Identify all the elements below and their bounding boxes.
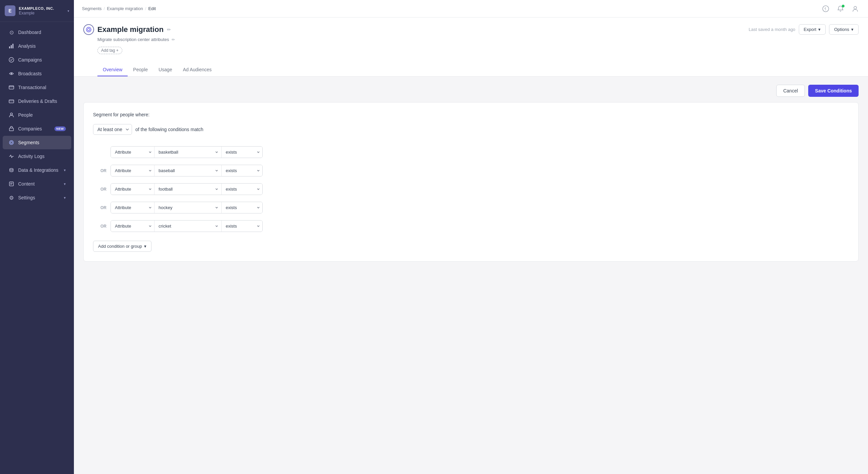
condition-value-select[interactable]: football xyxy=(155,183,222,195)
people-icon xyxy=(8,112,15,118)
condition-type-select[interactable]: Attribute Event xyxy=(111,165,155,176)
tab-ad-audiences[interactable]: Ad Audiences xyxy=(177,63,217,76)
sidebar-item-companies[interactable]: Companies New xyxy=(3,122,71,136)
or-label: OR xyxy=(96,224,106,229)
page-actions: Last saved a month ago Export ▾ Options … xyxy=(749,24,859,35)
conditions-list: Attribute Event basketball exists does n… xyxy=(96,143,849,235)
sidebar-item-label: Broadcasts xyxy=(18,71,66,76)
segment-card: Segment for people where: At least one A… xyxy=(83,102,859,262)
campaigns-icon xyxy=(8,57,15,63)
companies-icon xyxy=(8,125,15,132)
notification-dot xyxy=(842,5,844,7)
broadcasts-icon xyxy=(8,70,15,77)
user-avatar[interactable] xyxy=(850,4,860,13)
condition-row: OR Attribute Event baseball exists does … xyxy=(96,161,849,180)
topbar-actions xyxy=(821,4,860,13)
sidebar-item-transactional[interactable]: Transactional xyxy=(3,81,71,94)
sidebar-item-analysis[interactable]: Analysis xyxy=(3,39,71,53)
condition-row: Attribute Event basketball exists does n… xyxy=(96,143,849,161)
svg-point-9 xyxy=(9,141,13,145)
main-nav: ⊙ Dashboard Analysis Campaigns Broadcast… xyxy=(0,22,74,474)
add-tag-button[interactable]: Add tag + xyxy=(97,47,122,54)
conditions-toolbar: Cancel Save Conditions xyxy=(83,85,859,97)
help-icon[interactable] xyxy=(821,4,830,13)
condition-operator-select[interactable]: exists does not exist xyxy=(222,165,262,176)
company-info: EXAMPLECO, INC. Example xyxy=(19,6,54,16)
condition-type-select[interactable]: Attribute Event xyxy=(111,147,155,158)
condition-type-select[interactable]: Attribute Event xyxy=(111,220,155,232)
match-text: of the following conditions match xyxy=(135,127,203,132)
svg-rect-6 xyxy=(9,100,14,103)
svg-rect-12 xyxy=(9,182,13,186)
svg-rect-2 xyxy=(12,44,13,49)
condition-fields: Attribute Event basketball exists does n… xyxy=(111,146,263,158)
cancel-button[interactable]: Cancel xyxy=(776,85,805,97)
condition-fields: Attribute Event baseball exists does not… xyxy=(111,165,263,177)
title-edit-icon[interactable]: ✏ xyxy=(167,27,171,32)
svg-rect-1 xyxy=(11,45,12,49)
sidebar-item-content[interactable]: Content ▾ xyxy=(3,177,71,190)
sidebar-item-label: Companies xyxy=(18,126,54,131)
export-button[interactable]: Export ▾ xyxy=(799,24,826,35)
tab-overview[interactable]: Overview xyxy=(97,63,128,76)
or-label: OR xyxy=(96,187,106,191)
condition-row: OR Attribute Event cricket exists does n… xyxy=(96,217,849,235)
company-logo: E xyxy=(5,5,16,16)
breadcrumb-edit: Edit xyxy=(148,6,156,11)
or-label: OR xyxy=(96,205,106,210)
activity-logs-icon xyxy=(8,153,15,160)
condition-fields: Attribute Event hockey exists does not e… xyxy=(111,202,263,213)
svg-point-11 xyxy=(10,169,13,170)
export-chevron-icon: ▾ xyxy=(818,27,820,32)
condition-type-select[interactable]: Attribute Event xyxy=(111,183,155,195)
condition-fields: Attribute Event cricket exists does not … xyxy=(111,220,263,232)
condition-operator-select[interactable]: exists does not exist xyxy=(222,220,262,232)
match-type-select[interactable]: At least one All None xyxy=(93,124,132,135)
svg-point-13 xyxy=(823,6,829,12)
data-integrations-chevron-icon: ▾ xyxy=(64,168,66,173)
sidebar-item-people[interactable]: People xyxy=(3,108,71,122)
sidebar-item-data-integrations[interactable]: Data & Integrations ▾ xyxy=(3,164,71,177)
sidebar-item-activity-logs[interactable]: Activity Logs xyxy=(3,150,71,163)
segments-icon xyxy=(8,139,15,146)
sidebar-item-dashboard[interactable]: ⊙ Dashboard xyxy=(3,26,71,39)
sidebar-item-deliveries[interactable]: Deliveries & Drafts xyxy=(3,94,71,108)
condition-operator-select[interactable]: exists does not exist xyxy=(222,147,262,158)
sidebar-item-campaigns[interactable]: Campaigns xyxy=(3,53,71,66)
companies-new-badge: New xyxy=(54,126,66,131)
company-chevron-icon: ▾ xyxy=(67,9,69,13)
breadcrumb-segments[interactable]: Segments xyxy=(82,6,102,11)
condition-value-select[interactable]: basketball xyxy=(155,147,222,158)
condition-type-select[interactable]: Attribute Event xyxy=(111,202,155,213)
condition-operator-select[interactable]: exists does not exist xyxy=(222,202,262,213)
condition-value-select[interactable]: cricket xyxy=(155,220,222,232)
company-sub: Example xyxy=(19,11,54,16)
svg-rect-0 xyxy=(9,47,10,49)
deliveries-icon xyxy=(8,98,15,105)
condition-value-select[interactable]: baseball xyxy=(155,165,222,176)
tab-usage[interactable]: Usage xyxy=(153,63,177,76)
breadcrumb-example-migration[interactable]: Example migration xyxy=(107,6,143,11)
sidebar-item-segments[interactable]: Segments xyxy=(3,136,71,149)
condition-fields: Attribute Event football exists does not… xyxy=(111,183,263,195)
company-name: EXAMPLECO, INC. xyxy=(19,6,54,11)
content-chevron-icon: ▾ xyxy=(64,182,66,186)
company-selector[interactable]: E EXAMPLECO, INC. Example ▾ xyxy=(0,0,74,22)
save-conditions-button[interactable]: Save Conditions xyxy=(808,85,859,97)
options-button[interactable]: Options ▾ xyxy=(829,24,859,35)
sidebar-item-label: Settings xyxy=(18,195,64,200)
add-condition-button[interactable]: Add condition or group ▾ xyxy=(93,241,152,252)
sidebar-item-settings[interactable]: ⚙ Settings ▾ xyxy=(3,191,71,204)
condition-value-select[interactable]: hockey xyxy=(155,202,222,213)
tab-people[interactable]: People xyxy=(128,63,153,76)
notifications-icon[interactable] xyxy=(836,4,845,13)
add-condition-chevron-icon: ▾ xyxy=(144,244,147,249)
segment-icon xyxy=(83,24,94,35)
content-icon xyxy=(8,180,15,187)
sidebar-item-broadcasts[interactable]: Broadcasts xyxy=(3,67,71,80)
topbar: Segments / Example migration / Edit xyxy=(74,0,868,18)
svg-rect-8 xyxy=(9,128,13,131)
svg-rect-5 xyxy=(9,86,14,89)
description-edit-icon[interactable]: ✏ xyxy=(172,37,175,42)
condition-operator-select[interactable]: exists does not exist xyxy=(222,183,262,195)
